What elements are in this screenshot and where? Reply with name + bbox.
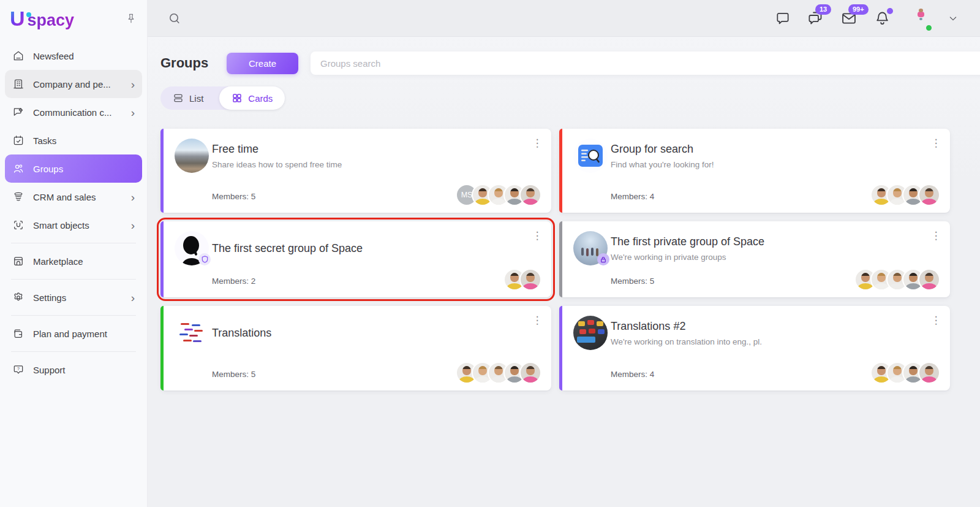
view-toggle-cards-label: Cards bbox=[248, 93, 273, 104]
global-search-icon[interactable] bbox=[167, 11, 182, 26]
kebab-menu-icon[interactable]: ⋮ bbox=[927, 311, 945, 329]
sidebar-item-groups[interactable]: Groups bbox=[5, 154, 142, 183]
sidebar-item-smart-objects[interactable]: Smart objects › bbox=[5, 211, 142, 239]
sidebar-item-settings[interactable]: Settings › bbox=[5, 283, 142, 311]
sidebar-item-label: Plan and payment bbox=[33, 329, 107, 339]
group-card-group-for-search[interactable]: Group for search Find what you're lookin… bbox=[559, 129, 950, 213]
group-card-translations[interactable]: Translations Members: 5 ⋮ bbox=[160, 306, 551, 391]
chats-icon[interactable]: 13 bbox=[807, 10, 824, 26]
sidebar-item-communications[interactable]: Communication c... › bbox=[5, 98, 142, 126]
group-card-first-secret-group[interactable]: The first secret group of Space Members:… bbox=[160, 221, 551, 297]
sidebar-item-newsfeed[interactable]: Newsfeed bbox=[5, 42, 142, 70]
group-avatar-keyboard bbox=[573, 316, 608, 350]
group-avatar-search-art bbox=[573, 139, 608, 173]
notifications-bell-icon[interactable] bbox=[874, 10, 891, 26]
view-toggle-cards[interactable]: Cards bbox=[219, 86, 285, 110]
group-avatar-photo bbox=[175, 139, 209, 173]
comments-icon[interactable] bbox=[775, 10, 791, 26]
members-count: Members: 5 bbox=[212, 192, 255, 201]
card-accent-bar bbox=[160, 306, 164, 391]
sidebar-item-label: Marketplace bbox=[33, 256, 83, 267]
view-toggle-list[interactable]: List bbox=[160, 86, 219, 110]
group-avatar-wordcloud bbox=[175, 316, 209, 350]
mail-icon[interactable]: 99+ bbox=[840, 10, 858, 27]
chevron-down-icon[interactable] bbox=[948, 13, 958, 23]
member-avatar-stack bbox=[456, 362, 541, 384]
group-title: Group for search bbox=[611, 143, 693, 156]
chats-badge: 13 bbox=[815, 4, 831, 15]
sidebar-item-plan-and-payment[interactable]: Plan and payment bbox=[5, 319, 142, 348]
sidebar-item-label: Tasks bbox=[33, 135, 56, 146]
scan-u-icon bbox=[12, 219, 24, 231]
people-icon bbox=[12, 162, 24, 175]
members-count: Members: 4 bbox=[611, 370, 654, 379]
user-avatar[interactable] bbox=[907, 6, 932, 31]
sidebar-item-label: Newsfeed bbox=[33, 51, 74, 61]
member-avatar bbox=[918, 362, 940, 384]
sidebar-item-crm-and-sales[interactable]: CRM and sales › bbox=[5, 183, 142, 211]
menu-divider bbox=[11, 351, 136, 352]
group-title: Translations bbox=[212, 327, 271, 340]
group-card-first-private-group[interactable]: The first private group of Space We're w… bbox=[559, 221, 950, 297]
pin-sidebar-icon[interactable] bbox=[125, 12, 137, 25]
sidebar-item-marketplace[interactable]: Marketplace bbox=[5, 247, 142, 275]
kebab-menu-icon[interactable]: ⋮ bbox=[927, 226, 945, 245]
list-view-icon bbox=[173, 93, 184, 104]
uspacy-app: U spacy Newsfeed Company and pe... › Com… bbox=[0, 0, 980, 507]
private-lock-badge-icon bbox=[597, 253, 609, 265]
funnel-stack-icon bbox=[12, 191, 24, 203]
sidebar-item-label: Settings bbox=[33, 292, 66, 303]
members-count: Members: 5 bbox=[611, 276, 654, 286]
kebab-menu-icon[interactable]: ⋮ bbox=[528, 134, 546, 152]
storefront-icon bbox=[12, 255, 24, 267]
help-bubble-icon: ? bbox=[12, 364, 24, 376]
member-avatar-stack bbox=[854, 269, 940, 291]
sidebar-item-label: CRM and sales bbox=[33, 192, 96, 202]
logo-u-glyph: U bbox=[10, 7, 24, 31]
sidebar-item-tasks[interactable]: Tasks bbox=[5, 126, 142, 154]
sidebar-item-company-and-people[interactable]: Company and pe... › bbox=[5, 70, 142, 98]
card-accent-bar bbox=[160, 129, 164, 213]
members-count: Members: 4 bbox=[611, 192, 654, 201]
member-avatar bbox=[918, 184, 940, 206]
chevron-right-icon: › bbox=[131, 191, 135, 203]
groups-card-grid: Free time Share ideas how to spend free … bbox=[160, 129, 950, 391]
kebab-menu-icon[interactable]: ⋮ bbox=[528, 311, 546, 329]
svg-text:?: ? bbox=[17, 367, 20, 372]
sidebar: U spacy Newsfeed Company and pe... › Com… bbox=[0, 0, 148, 507]
calendar-check-icon bbox=[12, 134, 24, 147]
member-avatar-stack: MS bbox=[456, 184, 541, 206]
logo-text: spacy bbox=[28, 11, 75, 30]
members-count: Members: 5 bbox=[212, 370, 255, 379]
gear-icon bbox=[12, 291, 24, 303]
group-card-free-time[interactable]: Free time Share ideas how to spend free … bbox=[160, 129, 551, 213]
card-accent-bar bbox=[160, 221, 164, 297]
cards-view-icon bbox=[232, 93, 243, 104]
menu-divider bbox=[11, 243, 136, 243]
page-title: Groups bbox=[160, 55, 208, 71]
card-accent-bar bbox=[559, 306, 562, 391]
sidebar-item-label: Groups bbox=[33, 164, 63, 174]
groups-search-input[interactable] bbox=[311, 51, 980, 75]
kebab-menu-icon[interactable]: ⋮ bbox=[927, 134, 945, 152]
sidebar-item-label: Communication c... bbox=[33, 107, 111, 118]
chevron-right-icon: › bbox=[131, 219, 135, 231]
create-group-button[interactable]: Create bbox=[227, 53, 298, 74]
chevron-right-icon: › bbox=[131, 292, 135, 303]
member-avatar-stack bbox=[870, 362, 940, 384]
wallet-icon bbox=[12, 327, 24, 340]
topbar: 13 99+ bbox=[148, 0, 980, 37]
group-card-translations-2[interactable]: Translations #2 We're working on transla… bbox=[559, 306, 950, 391]
group-description: Find what you're looking for! bbox=[611, 160, 714, 169]
group-title: Free time bbox=[212, 143, 258, 156]
kebab-menu-icon[interactable]: ⋮ bbox=[528, 226, 546, 245]
chevron-right-icon: › bbox=[131, 78, 135, 90]
group-title: The first secret group of Space bbox=[212, 242, 363, 255]
sidebar-item-support[interactable]: ? Support bbox=[5, 356, 142, 384]
sidebar-menu: Newsfeed Company and pe... › Communicati… bbox=[0, 37, 147, 384]
group-description: Share ideas how to spend free time bbox=[212, 160, 342, 169]
building-icon bbox=[12, 78, 24, 90]
member-avatar bbox=[519, 362, 541, 384]
card-accent-bar bbox=[559, 129, 562, 213]
card-accent-bar bbox=[559, 221, 562, 297]
